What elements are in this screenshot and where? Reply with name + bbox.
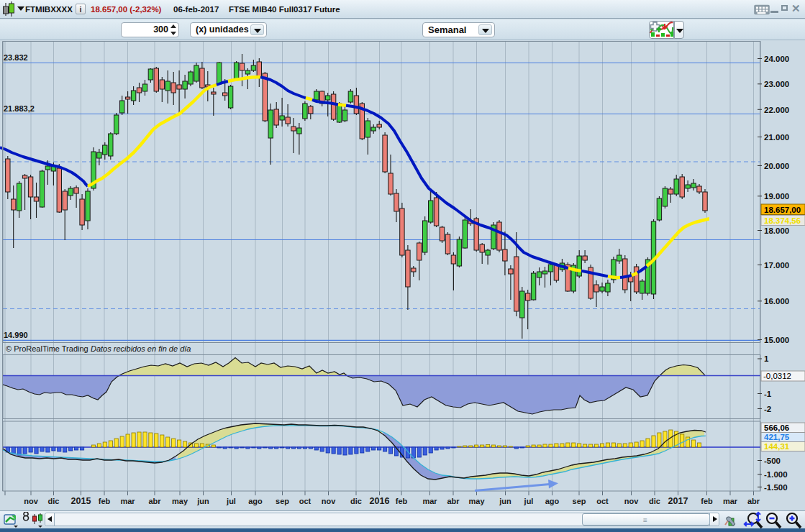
svg-text:2017: 2017 xyxy=(668,496,688,506)
svg-text:21.000: 21.000 xyxy=(764,133,789,142)
svg-text:23.000: 23.000 xyxy=(764,80,789,88)
svg-text:oct: oct xyxy=(596,497,609,505)
svg-text:sep: sep xyxy=(573,497,586,505)
svg-text:-2: -2 xyxy=(764,405,771,413)
svg-text:421,75: 421,75 xyxy=(764,433,790,441)
svg-text:feb: feb xyxy=(701,497,713,505)
svg-text:2016: 2016 xyxy=(370,496,390,506)
svg-text:15.000: 15.000 xyxy=(764,336,789,344)
svg-text:may: may xyxy=(468,497,485,505)
svg-text:1: 1 xyxy=(764,354,769,363)
svg-text:20.000: 20.000 xyxy=(764,162,789,170)
svg-text:abr: abr xyxy=(447,497,460,505)
svg-text:may: may xyxy=(172,497,188,505)
svg-text:nov: nov xyxy=(624,497,639,505)
svg-text:ago: ago xyxy=(545,497,560,505)
svg-text:jul: jul xyxy=(524,497,534,505)
svg-text:© ProRealTime Trading: © ProRealTime Trading xyxy=(6,344,88,353)
svg-text:oct: oct xyxy=(299,497,311,505)
svg-text:abr: abr xyxy=(148,497,161,505)
svg-text:2015: 2015 xyxy=(71,496,91,506)
svg-text:-500: -500 xyxy=(764,457,781,465)
svg-text:feb: feb xyxy=(396,497,408,505)
svg-text:24.000: 24.000 xyxy=(764,55,789,63)
svg-text:16.000: 16.000 xyxy=(764,297,789,306)
svg-text:-1.500: -1.500 xyxy=(764,483,788,492)
svg-text:Datos recibidos en fin de día: Datos recibidos en fin de día xyxy=(91,344,191,353)
svg-text:-1: -1 xyxy=(764,390,772,398)
svg-text:feb: feb xyxy=(99,497,111,505)
svg-text:nov: nov xyxy=(322,497,336,505)
svg-text:mar: mar xyxy=(120,497,135,505)
svg-text:mar: mar xyxy=(723,497,738,505)
svg-text:-0,0312: -0,0312 xyxy=(763,372,791,380)
svg-text:144,31: 144,31 xyxy=(764,442,790,451)
svg-text:18.374,56: 18.374,56 xyxy=(764,216,801,225)
svg-text:566,06: 566,06 xyxy=(764,423,789,432)
svg-text:22.000: 22.000 xyxy=(764,106,789,114)
svg-text:sep: sep xyxy=(276,497,289,505)
svg-text:dic: dic xyxy=(649,497,660,505)
svg-text:dic: dic xyxy=(48,497,60,505)
svg-text:17.000: 17.000 xyxy=(764,261,789,270)
svg-text:18.657,00: 18.657,00 xyxy=(764,206,801,214)
svg-text:18.000: 18.000 xyxy=(764,226,789,235)
svg-text:dic: dic xyxy=(350,497,362,505)
svg-text:jun: jun xyxy=(499,497,511,505)
svg-text:jun: jun xyxy=(196,497,209,505)
svg-text:23.832: 23.832 xyxy=(4,53,28,62)
svg-text:abr: abr xyxy=(747,497,760,505)
svg-text:-1.000: -1.000 xyxy=(764,470,788,479)
svg-text:ago: ago xyxy=(248,497,263,505)
svg-text:mar: mar xyxy=(422,497,437,505)
svg-text:21.883,2: 21.883,2 xyxy=(4,104,35,113)
svg-text:nov: nov xyxy=(24,497,38,505)
svg-text:14.990: 14.990 xyxy=(4,331,28,339)
svg-text:jul: jul xyxy=(226,497,236,505)
svg-text:19.000: 19.000 xyxy=(764,192,789,201)
